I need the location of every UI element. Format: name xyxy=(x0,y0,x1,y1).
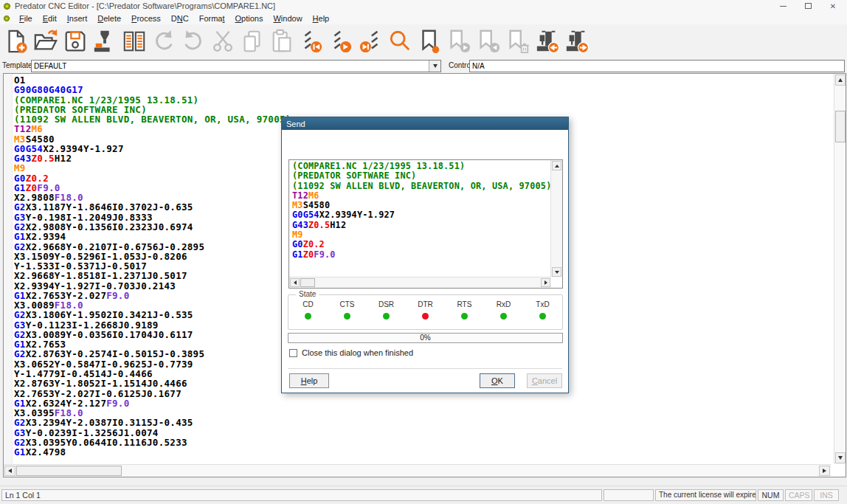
status-panel-blank xyxy=(604,489,654,501)
template-value: DEFAULT xyxy=(34,62,66,70)
save-icon xyxy=(63,29,88,54)
signal-led-green xyxy=(539,313,546,320)
editor-vertical-scrollbar[interactable] xyxy=(834,74,846,464)
signal-led-red xyxy=(422,313,429,320)
preview-horizontal-scroll-thumb[interactable] xyxy=(300,278,315,287)
menubar: FileEditInsertDeleteProcessDNCFormatOpti… xyxy=(0,12,847,24)
redo-button xyxy=(179,26,208,57)
find-button[interactable] xyxy=(385,26,415,57)
signal-label: RTS xyxy=(445,300,484,308)
preview-scroll-right-button[interactable] xyxy=(541,278,550,287)
minimize-button[interactable] xyxy=(770,0,795,12)
arrow-right-icon xyxy=(544,280,547,285)
cancel-button[interactable]: Cancel xyxy=(527,373,562,388)
menu-insert[interactable]: Insert xyxy=(62,13,93,24)
menu-process[interactable]: Process xyxy=(126,13,166,24)
editor-margin xyxy=(4,74,13,464)
open-button[interactable] xyxy=(31,26,60,57)
editor-horizontal-scrollbar[interactable] xyxy=(4,464,831,477)
arrow-left-icon xyxy=(294,280,297,285)
new-button[interactable] xyxy=(1,26,31,57)
menu-options[interactable]: Options xyxy=(230,13,269,24)
backplot-button[interactable] xyxy=(90,26,120,57)
license-message: The current license will expire in 29 da… xyxy=(655,489,756,501)
send-preview-box: (COMPARE1.NC 1/23/1995 13.18.51) (PREDAT… xyxy=(288,159,563,289)
next-difference-button[interactable] xyxy=(326,26,356,57)
receive-button[interactable] xyxy=(533,26,562,57)
arrow-down-icon xyxy=(555,271,559,274)
send-dialog-titlebar[interactable]: Send xyxy=(282,117,568,130)
preview-scroll-down-button[interactable] xyxy=(552,267,561,277)
close-when-finished-checkbox[interactable] xyxy=(289,349,297,357)
ok-button[interactable]: OK xyxy=(480,373,515,388)
new-icon xyxy=(4,29,29,54)
template-label: Template xyxy=(2,61,32,69)
signal-label: DTR xyxy=(406,300,445,308)
control-value: N/A xyxy=(472,62,485,70)
state-groupbox: State CD CTS DSR DTR RTS RxD TxD xyxy=(288,294,563,330)
menu-window[interactable]: Window xyxy=(268,13,307,24)
template-dropdown-button[interactable] xyxy=(429,61,440,72)
menu-format[interactable]: Format xyxy=(194,13,230,24)
preview-scroll-left-button[interactable] xyxy=(290,278,300,287)
template-combobox[interactable]: DEFAULT xyxy=(31,60,441,72)
caps-lock-indicator: CAPS xyxy=(785,489,812,501)
send-preview-text: (COMPARE1.NC 1/23/1995 13.18.51) (PREDAT… xyxy=(292,162,551,260)
menu-delete[interactable]: Delete xyxy=(92,13,126,24)
compare-button[interactable] xyxy=(120,26,149,57)
arrow-up-icon xyxy=(555,165,559,168)
gcode-text-area[interactable]: O1 G90G80G40G17 (COMPARE1.NC 1/23/1995 1… xyxy=(14,75,291,457)
help-button[interactable]: Help xyxy=(289,373,329,388)
copy-button xyxy=(238,26,267,57)
signal-rxd: RxD xyxy=(484,295,523,329)
undo-button xyxy=(149,26,179,57)
scroll-right-button[interactable] xyxy=(819,466,830,476)
scroll-down-button[interactable] xyxy=(835,452,846,463)
send-dialog: Send (COMPARE1.NC 1/23/1995 13.18.51) (P… xyxy=(281,117,569,393)
signal-led-green xyxy=(461,313,468,320)
dialog-separator xyxy=(288,368,562,370)
menu-dnc[interactable]: DNC xyxy=(166,13,194,24)
menu-edit[interactable]: Edit xyxy=(38,13,62,24)
scroll-up-button[interactable] xyxy=(835,75,846,86)
num-lock-indicator: NUM xyxy=(758,489,784,501)
horizontal-scroll-thumb[interactable] xyxy=(16,466,122,476)
preview-vertical-scrollbar[interactable] xyxy=(550,160,562,277)
vertical-scroll-thumb[interactable] xyxy=(835,111,846,142)
signal-label: CTS xyxy=(328,300,367,308)
restore-button[interactable] xyxy=(795,0,820,12)
signal-label: DSR xyxy=(367,300,406,308)
compare-icon xyxy=(122,29,147,54)
previous-bookmark-icon xyxy=(476,29,501,54)
find-icon xyxy=(387,29,412,54)
cursor-position: Ln 1 Col 1 xyxy=(1,489,602,501)
save-button[interactable] xyxy=(60,26,90,57)
menu-file[interactable]: File xyxy=(14,13,38,24)
next-difference-icon xyxy=(328,29,353,54)
send-button[interactable] xyxy=(562,26,592,57)
chevron-down-icon xyxy=(433,64,438,68)
signal-label: TxD xyxy=(523,300,562,308)
signal-txd: TxD xyxy=(523,295,562,329)
toggle-bookmark-icon xyxy=(417,29,442,54)
last-difference-button[interactable] xyxy=(356,26,385,57)
toolbar xyxy=(0,24,847,58)
preview-horizontal-scrollbar[interactable] xyxy=(289,277,551,288)
close-when-finished-row: Close this dialog when finished xyxy=(289,348,413,357)
next-bookmark-button xyxy=(444,26,474,57)
close-button[interactable]: ✕ xyxy=(820,0,846,12)
send-icon xyxy=(564,29,590,54)
send-dialog-title: Send xyxy=(286,120,305,128)
window-title: Predator CNC Editor - [C:\Predator Softw… xyxy=(15,1,275,10)
backplot-icon xyxy=(92,29,117,54)
preview-scroll-up-button[interactable] xyxy=(552,161,561,170)
signal-cd: CD xyxy=(288,295,328,329)
control-field[interactable]: N/A xyxy=(469,60,845,72)
scroll-left-button[interactable] xyxy=(4,466,15,476)
menu-help[interactable]: Help xyxy=(308,13,335,24)
first-difference-button[interactable] xyxy=(297,26,326,57)
next-bookmark-icon xyxy=(446,29,471,54)
document-gear-icon xyxy=(3,15,10,22)
toggle-bookmark-button[interactable] xyxy=(415,26,444,57)
signal-cts: CTS xyxy=(328,295,367,329)
